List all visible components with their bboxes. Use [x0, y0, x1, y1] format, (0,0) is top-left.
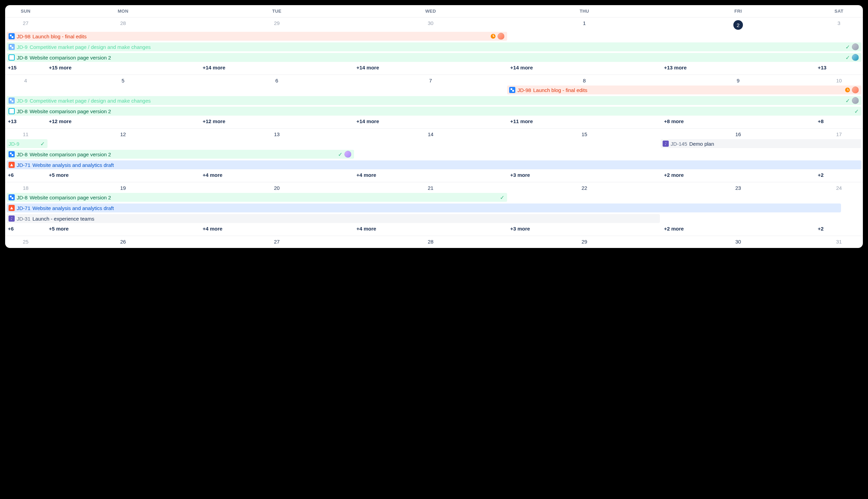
svg-rect-0 — [10, 35, 12, 36]
show-more-link[interactable]: +11 more — [507, 116, 661, 127]
date-cell[interactable]: 24 — [815, 182, 863, 193]
calendar-event[interactable]: JD-98Launch blog - final edits — [507, 85, 861, 94]
date-cell[interactable]: 22 — [507, 182, 661, 193]
subtask-icon — [9, 194, 15, 200]
show-more-link[interactable]: +4 more — [200, 224, 354, 234]
date-cell[interactable]: 18 — [5, 182, 46, 193]
date-cell[interactable]: 13 — [200, 129, 354, 139]
subtask-icon — [9, 33, 15, 39]
show-more-link[interactable]: +5 more — [46, 224, 200, 234]
svg-rect-11 — [12, 197, 13, 199]
svg-rect-1 — [12, 36, 13, 38]
calendar-event[interactable]: JD-98Launch blog - final edits — [7, 32, 507, 41]
date-cell[interactable]: 8 — [507, 75, 661, 85]
date-cell[interactable]: 5 — [46, 75, 200, 85]
date-row: 27282930123 — [5, 17, 863, 32]
date-cell[interactable]: 23 — [661, 182, 815, 193]
show-more-link[interactable]: +14 more — [507, 63, 661, 73]
date-cell[interactable]: 1 — [507, 17, 661, 32]
date-cell[interactable]: 30 — [661, 236, 815, 247]
assignee-avatar[interactable] — [498, 33, 504, 40]
show-more-link[interactable]: +6 — [5, 224, 46, 234]
date-cell[interactable]: 2 — [661, 17, 815, 32]
date-cell[interactable]: 28 — [46, 17, 200, 32]
date-cell[interactable]: 29 — [200, 17, 354, 32]
show-more-link[interactable]: +4 more — [354, 224, 507, 234]
date-cell[interactable]: 12 — [46, 129, 200, 139]
issue-title: Competitive market page / design and mak… — [30, 44, 151, 50]
show-more-link[interactable]: +14 more — [354, 116, 507, 127]
date-cell[interactable]: 30 — [354, 17, 507, 32]
show-more-link[interactable]: +6 — [5, 170, 46, 181]
issue-title: Demo plan — [689, 141, 714, 147]
date-cell[interactable]: 16 — [661, 129, 815, 139]
date-cell[interactable]: 9 — [661, 75, 815, 85]
date-row: 18192021222324 — [5, 182, 863, 193]
date-cell[interactable]: 3 — [815, 17, 863, 32]
show-more-link[interactable]: +12 more — [200, 116, 354, 127]
overdue-icon — [845, 87, 850, 92]
issue-key: JD-8 — [17, 151, 28, 157]
calendar-event[interactable]: JD-9Competitive market page / design and… — [7, 42, 861, 51]
date-cell[interactable]: 6 — [200, 75, 354, 85]
date-cell[interactable]: 28 — [354, 236, 507, 247]
show-more-link[interactable]: +3 more — [507, 170, 661, 181]
show-more-link[interactable]: +4 more — [200, 170, 354, 181]
issue-key: JD-31 — [17, 216, 30, 222]
date-cell[interactable]: 4 — [5, 75, 46, 85]
date-cell[interactable]: 20 — [200, 182, 354, 193]
date-cell[interactable]: 10 — [815, 75, 863, 85]
calendar-event[interactable]: JD-8Website comparison page version 2✓ — [7, 193, 507, 202]
show-more-link[interactable]: +12 more — [46, 116, 200, 127]
issue-key: JD-71 — [17, 162, 30, 168]
date-cell[interactable]: 14 — [354, 129, 507, 139]
calendar-event[interactable]: JD-71Website analysis and analytics draf… — [7, 160, 861, 169]
calendar-event[interactable]: JD-8Website comparison page version 2✓ — [7, 107, 861, 115]
date-cell[interactable]: 31 — [815, 236, 863, 247]
show-more-link[interactable]: +8 more — [661, 116, 815, 127]
calendar-event[interactable]: JD-9Competitive market page / design and… — [7, 96, 861, 105]
date-cell[interactable]: 27 — [5, 17, 46, 32]
calendar-event[interactable]: JD-8Website comparison page version 2✓ — [7, 150, 354, 159]
date-cell[interactable]: 29 — [507, 236, 661, 247]
date-cell[interactable]: 27 — [200, 236, 354, 247]
date-cell[interactable]: 11 — [5, 129, 46, 139]
show-more-link[interactable]: +15 — [5, 63, 46, 73]
show-more-link[interactable]: +2 more — [661, 170, 815, 181]
assignee-avatar[interactable] — [852, 54, 859, 61]
calendar-event[interactable]: JD-9✓ — [7, 139, 48, 148]
show-more-link[interactable]: +2 more — [661, 224, 815, 234]
weekday-header: WED — [354, 5, 507, 17]
show-more-link[interactable]: +3 more — [507, 224, 661, 234]
show-more-link[interactable]: +13 — [815, 63, 863, 73]
date-cell[interactable]: 25 — [5, 236, 46, 247]
assignee-avatar[interactable] — [852, 97, 859, 104]
show-more-link[interactable]: +8 — [815, 116, 863, 127]
date-cell[interactable]: 7 — [354, 75, 507, 85]
show-more-link[interactable]: +13 more — [661, 63, 815, 73]
date-cell[interactable]: 26 — [46, 236, 200, 247]
show-more-link[interactable]: +4 more — [354, 170, 507, 181]
show-more-link[interactable]: +14 more — [354, 63, 507, 73]
calendar-event[interactable]: JD-8Website comparison page version 2✓ — [7, 53, 861, 62]
show-more-link[interactable]: +2 — [815, 224, 863, 234]
show-more-link[interactable]: +2 — [815, 170, 863, 181]
calendar-week: 27282930123JD-98Launch blog - final edit… — [5, 17, 863, 75]
date-cell[interactable]: 15 — [507, 129, 661, 139]
show-more-link[interactable]: +15 more — [46, 63, 200, 73]
date-cell[interactable]: 21 — [354, 182, 507, 193]
assignee-avatar[interactable] — [852, 86, 859, 93]
calendar-event[interactable]: JD-71Website analysis and analytics draf… — [7, 204, 841, 212]
issue-key: JD-8 — [17, 195, 28, 200]
date-cell[interactable]: 19 — [46, 182, 200, 193]
calendar-event[interactable]: JD-145Demo plan — [661, 139, 861, 148]
calendar-event[interactable]: JD-31Launch - experience teams — [7, 214, 660, 223]
weekday-header-row: SUNMONTUEWEDTHUFRISAT — [5, 5, 863, 17]
date-cell[interactable]: 17 — [815, 129, 863, 139]
more-row: +15+15 more+14 more+14 more+14 more+13 m… — [5, 63, 863, 73]
show-more-link[interactable]: +5 more — [46, 170, 200, 181]
assignee-avatar[interactable] — [852, 44, 859, 50]
show-more-link[interactable]: +14 more — [200, 63, 354, 73]
assignee-avatar[interactable] — [344, 151, 351, 158]
show-more-link[interactable]: +13 — [5, 116, 46, 127]
